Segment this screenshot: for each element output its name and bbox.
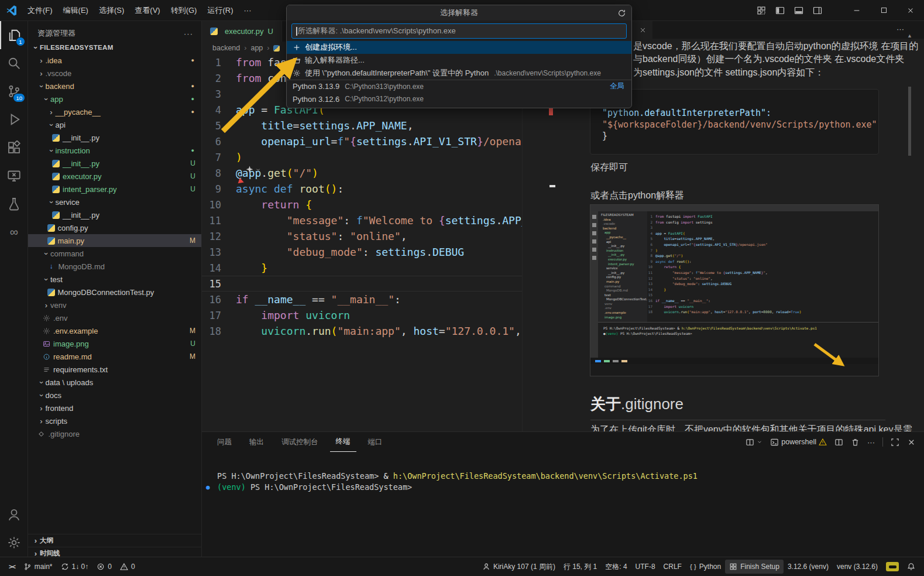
project-section-header[interactable]: ›FILESREADSYSTEAM (28, 41, 202, 54)
interpreter-input[interactable]: 所选解释器: .\backend\venv\Scripts\python.exe (291, 23, 627, 39)
tree-item-executor.py[interactable]: executor.pyU (28, 170, 202, 183)
tree-item-.vscode[interactable]: ›.vscode (28, 67, 202, 80)
split-icon[interactable] (834, 437, 843, 447)
activity-testing[interactable] (0, 190, 28, 218)
code-line-15[interactable]: 15 (202, 276, 523, 292)
code-line-5[interactable]: 5 title=settings.APP_NAME, (202, 118, 523, 133)
status-item-UTF8[interactable]: UTF-8 (631, 560, 659, 574)
panel-tab-调试控制台[interactable]: 调试控制台 (276, 432, 324, 452)
quick-pick-item[interactable]: 输入解释器路径... (287, 54, 631, 67)
code-line-6[interactable]: 6 openapi_url=f"{settings.API_V1_STR}/op… (202, 133, 523, 149)
close-icon[interactable] (639, 26, 647, 34)
tree-item-api[interactable]: ›api (28, 118, 202, 131)
code-line-13[interactable]: 13 "debug_mode": settings.DEBUG (202, 244, 523, 260)
laybottom-icon[interactable] (794, 5, 803, 15)
code-line-17[interactable]: 17 import uvicorn (202, 307, 523, 323)
laygrid-icon[interactable] (757, 5, 766, 15)
menu-item[interactable]: 运行(R) (202, 3, 238, 18)
status-item-0[interactable]: 0 (92, 560, 116, 574)
status-item-CRLF[interactable]: CRLF (659, 560, 686, 574)
tree-item-.idea[interactable]: ›.idea● (28, 54, 202, 67)
status-item-venv3126[interactable]: venv (3.12.6) (833, 560, 882, 574)
tree-item-requirements.txt[interactable]: requirements.txt (28, 363, 202, 376)
tree-item-instruction[interactable]: ›instruction● (28, 144, 202, 157)
scrollbar-up-arrow[interactable]: ▲ (907, 33, 912, 39)
tree-item-readme.md[interactable]: readme.mdM (28, 350, 202, 363)
status-item-151[interactable]: 行 15, 列 1 (559, 560, 601, 574)
code-line-7[interactable]: 7) (202, 149, 523, 165)
panel-tab-端口[interactable]: 端口 (362, 432, 389, 452)
preview-scrollbar[interactable] (908, 87, 911, 156)
status-item-3126venv[interactable]: 3.12.6 (venv) (784, 560, 833, 574)
activity-settings[interactable] (0, 529, 28, 557)
activity-accounts[interactable] (0, 500, 28, 529)
tree-item-config.py[interactable]: config.py (28, 221, 202, 234)
panel-tab-终端[interactable]: 终端 (330, 432, 356, 452)
quick-pick-item[interactable]: Python 3.13.9C:\Python313\python.exe全局 (287, 80, 631, 92)
activity-explorer[interactable]: 1 (0, 21, 28, 49)
panel-tab-问题[interactable]: 问题 (211, 432, 238, 452)
preview-more-button[interactable]: ··· (896, 25, 904, 33)
layright-icon[interactable] (813, 5, 822, 15)
tree-item-__init__.py[interactable]: __init__.py (28, 208, 202, 221)
tree-item-backend[interactable]: ›backend● (28, 80, 202, 92)
close-window-button[interactable] (897, 0, 924, 21)
activity-remote-explorer[interactable] (0, 162, 28, 190)
quick-pick-item[interactable]: 使用 \"python.defaultInterpreterPath\" 设置中… (287, 67, 631, 80)
status-item-0[interactable]: 0 (116, 560, 139, 574)
status-item-KiriAky1071[interactable]: KiriAky 107 (1 周前) (478, 560, 559, 574)
status-item-main[interactable]: main* (19, 560, 57, 574)
terminal-output[interactable]: PS H:\OwnProject\FilesReadSysteam> & h:\… (202, 471, 924, 493)
tree-item-MongoDBConnectionTest.py[interactable]: MongoDBConnectionTest.py (28, 286, 202, 299)
tree-item-__init__.py[interactable]: __init__.py (28, 131, 202, 144)
status-item[interactable] (903, 560, 919, 574)
minimize-button[interactable] (843, 0, 870, 21)
maximize-button[interactable] (870, 0, 897, 21)
menu-item[interactable]: 编辑(E) (58, 3, 94, 18)
refresh-icon[interactable] (617, 8, 626, 18)
timeline-section[interactable]: ›时间线 (28, 547, 202, 557)
copilot-sparkle-icon[interactable] (245, 165, 261, 174)
code-line-11[interactable]: 11 "message": f"Welcome to {settings.APP… (202, 212, 523, 228)
status-item-10[interactable]: 1↓ 0↑ (57, 560, 93, 574)
tree-item-.gitignore[interactable]: .gitignore (28, 427, 202, 440)
panel-more-button[interactable]: ··· (867, 438, 875, 447)
status-item-Python[interactable]: { }Python (686, 560, 725, 574)
activity-run-debug[interactable] (0, 105, 28, 133)
explorer-more-button[interactable]: ··· (184, 29, 193, 38)
code-line-16[interactable]: 16if __name__ == "__main__": (202, 292, 523, 307)
menu-more[interactable]: ··· (238, 4, 256, 17)
tree-item-venv[interactable]: ›venv (28, 299, 202, 311)
tree-item-service[interactable]: ›service (28, 196, 202, 208)
activity-source-control[interactable]: 10 (0, 77, 28, 105)
tree-item-app[interactable]: ›app● (28, 92, 202, 105)
tree-item-intent_parser.py[interactable]: intent_parser.pyU (28, 183, 202, 196)
menu-item[interactable]: 转到(G) (166, 3, 202, 18)
tree-item-__pycache__[interactable]: ›__pycache__● (28, 105, 202, 118)
terminal-instance-powershell[interactable]: powershell (770, 438, 827, 447)
activity-extensions[interactable] (0, 133, 28, 162)
trash-icon[interactable] (851, 437, 860, 447)
code-line-12[interactable]: 12 "status": "online", (202, 228, 523, 244)
tab-executor-py[interactable]: executor.py U (202, 21, 282, 42)
status-item[interactable] (882, 560, 903, 574)
tree-item-scripts[interactable]: ›scripts (28, 414, 202, 427)
maximize-panel-icon[interactable] (891, 437, 899, 447)
menu-item[interactable]: 选择(S) (94, 3, 129, 18)
tree-item-image.png[interactable]: image.pngU (28, 337, 202, 350)
tree-item-.env.example[interactable]: .env.exampleM (28, 324, 202, 337)
status-item-FinishSetup[interactable]: Finish Setup (725, 560, 784, 574)
tree-item-datauploads[interactable]: ›data \ uploads (28, 376, 202, 389)
tree-item-command[interactable]: ›command (28, 247, 202, 260)
tree-item-__init__.py[interactable]: __init__.pyU (28, 157, 202, 170)
code-line-14[interactable]: 14 } (202, 260, 523, 276)
tree-item-test[interactable]: ›test (28, 273, 202, 286)
layleft-icon[interactable] (775, 5, 785, 15)
code-line-10[interactable]: 10 return { (202, 197, 523, 212)
activity-search[interactable] (0, 49, 28, 77)
tree-item-frontend[interactable]: ›frontend (28, 402, 202, 414)
outline-section[interactable]: ›大纲 (28, 534, 202, 547)
split-terminal-dropdown[interactable] (746, 438, 762, 447)
tree-item-main.py[interactable]: main.pyM (28, 234, 202, 247)
panel-tab-输出[interactable]: 输出 (243, 432, 270, 452)
